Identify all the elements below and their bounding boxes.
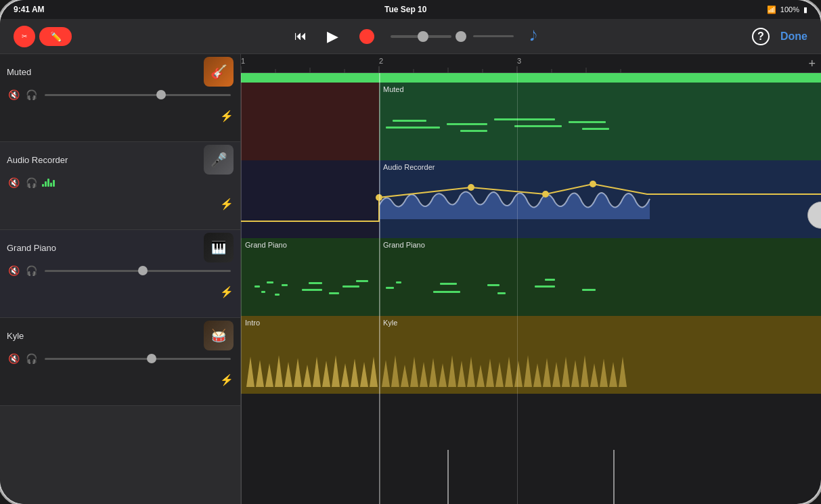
track-header-muted-main: Muted 🎸 [0, 54, 240, 89]
region-muted-1[interactable] [241, 83, 379, 160]
svg-marker-80 [600, 359, 608, 387]
svg-rect-38 [487, 284, 500, 286]
volume-knob[interactable] [456, 31, 466, 42]
status-right: 📶 100% ▮ [767, 5, 807, 14]
track-piano-instrument[interactable]: 🎹 [204, 233, 234, 262]
tracks-timeline[interactable]: Muted [241, 73, 821, 504]
svg-marker-66 [467, 357, 475, 387]
svg-marker-46 [275, 355, 283, 387]
help-button[interactable]: ? [752, 28, 770, 45]
status-date: Tue Sep 10 [384, 5, 426, 14]
svg-rect-28 [282, 284, 288, 286]
toolbar-right: ? Done [752, 28, 807, 45]
svg-marker-71 [514, 361, 523, 387]
region-audio-1[interactable] [241, 160, 379, 238]
svg-marker-77 [571, 360, 579, 387]
svg-marker-68 [486, 359, 494, 387]
automation-icon-audio[interactable]: ⚡ [220, 198, 234, 210]
svg-rect-16 [494, 118, 555, 120]
track-audio-sub: ⚡ [0, 193, 240, 217]
svg-rect-34 [386, 287, 394, 289]
track-header-piano-main: Grand Piano 🎹 [0, 230, 240, 265]
svg-marker-65 [458, 361, 466, 387]
eq-bar-3 [47, 179, 49, 187]
tempo-slider[interactable] [473, 35, 514, 37]
track-kyle-instrument[interactable]: 🥁 [204, 321, 234, 350]
play-icon: ▶ [327, 28, 338, 45]
svg-marker-74 [543, 358, 551, 387]
svg-marker-43 [246, 357, 254, 387]
piano-midi-2-svg [379, 252, 821, 313]
add-track-button[interactable]: + [808, 56, 816, 70]
track-kyle-info: Kyle [7, 331, 200, 341]
mute-icon-muted[interactable]: 🔇 [7, 89, 20, 100]
playhead[interactable] [379, 73, 380, 504]
svg-rect-36 [433, 291, 460, 293]
vline-3 [517, 73, 518, 504]
annotation-line-1 [447, 450, 449, 504]
region-muted-2[interactable]: Muted [379, 83, 821, 160]
ipad-screen: 9:41 AM Tue Sep 10 📶 100% ▮ ✂ ✏️ ⏮ [0, 0, 821, 504]
svg-marker-55 [360, 362, 368, 387]
track-header-piano: Grand Piano 🎹 🔇 🎧 ⚡ [0, 230, 240, 318]
svg-marker-57 [382, 360, 390, 387]
status-bar: 9:41 AM Tue Sep 10 📶 100% ▮ [0, 0, 821, 19]
svg-marker-44 [256, 360, 264, 387]
volume-thumb[interactable] [418, 31, 428, 42]
headphone-icon-audio[interactable]: 🎧 [24, 177, 38, 188]
headphone-icon-piano[interactable]: 🎧 [24, 265, 38, 276]
rewind-button[interactable]: ⏮ [294, 29, 307, 43]
track-piano-controls: 🔇 🎧 [0, 265, 240, 281]
track-muted-name: Muted [7, 67, 200, 77]
ruler-marks: 1 2 3 [241, 54, 821, 72]
svg-rect-15 [460, 130, 487, 132]
mute-icon-kyle[interactable]: 🔇 [7, 353, 20, 364]
track-headers: Muted 🎸 🔇 🎧 ⚡ [0, 54, 241, 504]
svg-rect-39 [497, 292, 506, 294]
mute-icon-audio[interactable]: 🔇 [7, 177, 20, 188]
volume-slider[interactable] [391, 35, 451, 38]
region-audio-2[interactable]: Audio Recorder [379, 160, 821, 238]
mute-icon-piano[interactable]: 🔇 [7, 265, 20, 276]
region-kyle-1[interactable]: Intro [241, 316, 379, 394]
automation-icon-muted[interactable]: ⚡ [220, 110, 234, 122]
automation-icon-piano[interactable]: ⚡ [220, 285, 234, 298]
region-piano-label-2: Grand Piano [379, 238, 821, 252]
svg-rect-31 [329, 292, 339, 294]
pencil-btn[interactable]: ✏️ [39, 27, 72, 46]
piano-midi-1-svg [241, 252, 379, 313]
svg-rect-27 [275, 294, 280, 296]
volume-slider-kyle[interactable] [45, 358, 231, 360]
svg-marker-51 [322, 361, 330, 387]
svg-marker-62 [429, 358, 437, 387]
region-piano-1[interactable]: Grand Piano [241, 238, 379, 316]
annotation-line-2 [613, 450, 615, 504]
track-header-audio: Audio Recorder 🎤 🔇 🎧 [0, 142, 240, 230]
track-audio-instrument[interactable]: 🎤 [204, 145, 234, 175]
automation-icon-kyle[interactable]: ⚡ [220, 373, 234, 386]
volume-slider-thumb-muted[interactable] [156, 90, 166, 99]
track-audio-controls: 🔇 🎧 [0, 177, 240, 193]
battery-icon: ▮ [803, 5, 807, 14]
track-piano-sub: ⚡ [0, 281, 240, 305]
wifi-icon: 📶 [767, 5, 776, 14]
region-piano-label-1: Grand Piano [241, 238, 379, 252]
scissors-icon: ✂ [22, 32, 27, 40]
volume-slider-thumb-piano[interactable] [138, 266, 148, 275]
track-muted-instrument[interactable]: 🎸 [204, 57, 234, 87]
svg-marker-81 [609, 362, 617, 387]
status-time: 9:41 AM [14, 5, 45, 14]
track-piano-info: Grand Piano [7, 243, 200, 253]
done-button[interactable]: Done [780, 30, 807, 43]
record-icon-btn[interactable]: ✂ [14, 26, 35, 47]
play-button[interactable]: ▶ [323, 26, 343, 47]
region-piano-2[interactable]: Grand Piano [379, 238, 821, 316]
record-button[interactable] [359, 29, 374, 44]
headphone-icon-muted[interactable]: 🎧 [24, 89, 38, 100]
headphone-icon-kyle[interactable]: 🎧 [24, 353, 38, 364]
svg-marker-60 [410, 357, 418, 387]
volume-slider-piano[interactable] [45, 270, 231, 272]
region-kyle-2[interactable]: Kyle [379, 316, 821, 394]
volume-slider-muted[interactable] [45, 94, 231, 96]
volume-slider-thumb-kyle[interactable] [147, 354, 156, 363]
